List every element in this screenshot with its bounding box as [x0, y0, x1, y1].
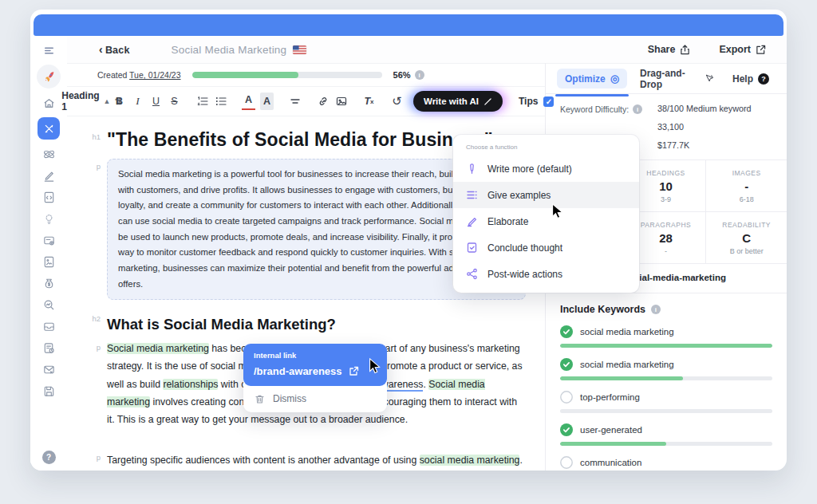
drag-cursor-icon — [705, 73, 713, 84]
keyword-highlight: Social media marketing — [107, 343, 209, 354]
internal-link-url[interactable]: /brand-awareness — [254, 365, 377, 377]
help-icon: ? — [758, 73, 769, 85]
save-icon[interactable] — [41, 384, 56, 398]
traffic-value: $177.7K — [657, 140, 772, 150]
bold-button[interactable]: B — [112, 93, 126, 110]
text-color-button[interactable]: A — [242, 93, 255, 110]
atom-icon[interactable] — [41, 147, 56, 161]
underline-button[interactable]: U — [149, 93, 163, 110]
doc-heading-2[interactable]: What is Social Media Marketing? — [107, 316, 526, 333]
idea-icon[interactable] — [41, 211, 56, 226]
rocket-logo[interactable] — [37, 65, 61, 89]
block-tag-label: p — [80, 340, 101, 442]
money-bag-icon[interactable] — [41, 276, 56, 290]
content-score-percent: 56%i — [393, 70, 424, 80]
menu-header: Choose a function — [453, 142, 639, 156]
menu-item-conclude-thought[interactable]: Conclude thought — [453, 234, 639, 261]
external-link-icon — [349, 366, 359, 376]
check-circle-icon — [560, 358, 573, 371]
doc-paragraph[interactable]: Targeting specific audiences with conten… — [107, 451, 526, 471]
keyword-row[interactable]: social media marketing — [560, 358, 772, 380]
stat-cell-images: IMAGES-6-18 — [706, 160, 787, 212]
keyword-row[interactable]: user-generated — [560, 423, 772, 446]
chevron-left-icon: ‹ — [99, 43, 103, 56]
keyword-row[interactable]: top-performing — [560, 391, 772, 413]
ai-function-menu: Choose a function Write more (default) G… — [453, 135, 639, 293]
image-button[interactable] — [334, 93, 348, 110]
menu-item-give-examples[interactable]: Give examples — [453, 182, 639, 208]
back-button[interactable]: ‹Back — [99, 43, 130, 56]
pencil-icon — [466, 215, 478, 227]
align-button[interactable] — [288, 93, 302, 110]
format-toolbar: Heading 1▲⇅ B I U S A A — [67, 87, 545, 116]
bullet-list-button[interactable] — [214, 93, 227, 110]
tab-drag-and-drop[interactable]: Drag-and-Drop — [633, 64, 720, 94]
doc-image-icon[interactable] — [41, 254, 56, 269]
doc-code-icon[interactable] — [41, 190, 56, 204]
internal-link-title: Internal link — [254, 351, 377, 360]
share-button[interactable]: Share — [648, 44, 691, 55]
menu-item-post-wide-actions[interactable]: Post-wide actions — [453, 261, 639, 287]
pen-icon — [483, 97, 492, 106]
info-icon[interactable]: i — [415, 70, 424, 80]
menu-item-write-more[interactable]: Write more (default) — [453, 156, 639, 182]
audit-search-icon[interactable] — [41, 297, 56, 312]
menu-icon[interactable] — [41, 43, 56, 57]
info-icon[interactable]: i — [651, 305, 661, 314]
mail-icon[interactable] — [41, 362, 56, 376]
list-examples-icon — [466, 189, 478, 201]
check-circle-icon — [560, 325, 573, 338]
window-top-bar — [34, 14, 783, 36]
created-date: Created Tue, 01/24/23 — [97, 70, 181, 80]
top-header: ‹Back Social Media Marketing Share Expor… — [67, 36, 787, 63]
keyword-row[interactable]: social media marketing — [560, 325, 772, 348]
write-icon[interactable] — [41, 168, 56, 183]
tab-optimize[interactable]: Optimize◎ — [557, 69, 627, 89]
ordered-list-button[interactable] — [195, 93, 209, 110]
block-tag-label: p — [80, 159, 101, 311]
link-button[interactable] — [316, 93, 330, 110]
difficulty-value: 38/100 Medium keyword — [657, 104, 772, 113]
dismiss-button[interactable]: Dismiss — [243, 386, 387, 412]
export-button[interactable]: Export — [719, 44, 766, 55]
strikethrough-button[interactable]: S — [168, 93, 181, 110]
share-nodes-icon — [466, 268, 478, 280]
tab-help[interactable]: Help? — [726, 69, 776, 89]
content-score-bar — [192, 72, 382, 78]
cursor-pointer — [549, 203, 566, 220]
empty-circle-icon — [560, 391, 573, 404]
stat-cell-readability: READABILITYCB or better — [706, 212, 787, 263]
cursor-pointer — [366, 357, 384, 375]
page-title[interactable]: Social Media Marketing — [172, 44, 307, 56]
pen-nib-icon — [466, 163, 478, 175]
undo-button[interactable]: ↺ — [390, 93, 404, 110]
style-select[interactable]: Heading 1▲⇅ — [85, 93, 98, 110]
keyword-row[interactable]: communication — [560, 456, 772, 471]
internal-link-popup: Internal link /brand-awareness Dismiss — [243, 344, 387, 412]
card-icon[interactable] — [41, 233, 56, 247]
highlight-button[interactable]: A — [260, 93, 274, 110]
write-with-ai-button[interactable]: Write with AI — [413, 91, 503, 112]
app-window: ? ‹Back Social Media Marketing Share Exp… — [30, 10, 787, 471]
menu-item-elaborate[interactable]: Elaborate — [453, 208, 639, 234]
report-icon[interactable] — [41, 341, 56, 355]
doc-progress-fill — [192, 72, 298, 78]
share-icon — [680, 45, 690, 55]
info-icon[interactable]: i — [633, 104, 642, 114]
trash-icon — [255, 394, 265, 404]
empty-circle-icon — [560, 456, 573, 469]
keyword-highlight: social media marketing — [420, 455, 520, 466]
inbox-icon[interactable] — [41, 319, 56, 333]
doc-status-bar: Created Tue, 01/24/23 56%i — [67, 63, 545, 87]
block-tag-label: p — [80, 442, 101, 471]
target-icon: ◎ — [610, 73, 619, 85]
block-tag-label: h1 — [80, 129, 101, 159]
include-keywords-title: Include Keywordsi — [560, 304, 772, 315]
clear-format-button[interactable]: Tx — [362, 93, 376, 110]
panel-tabs: Optimize◎ Drag-and-Drop Help? — [546, 64, 787, 94]
note-check-icon — [466, 242, 478, 254]
sidebar-item-content-editor[interactable] — [37, 117, 60, 140]
sidebar-help-icon[interactable]: ? — [42, 451, 56, 464]
italic-button[interactable]: I — [131, 93, 144, 110]
home-icon[interactable] — [41, 96, 56, 110]
